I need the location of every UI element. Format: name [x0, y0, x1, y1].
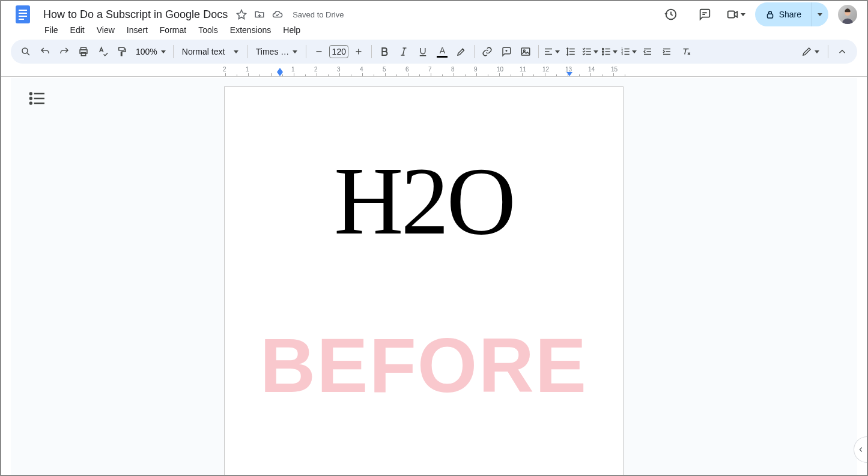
print-icon[interactable]	[74, 43, 93, 61]
svg-rect-4	[19, 19, 24, 20]
paragraph-style-select[interactable]: Normal text	[177, 47, 243, 56]
underline-icon[interactable]	[414, 43, 432, 61]
ruler-number: 7	[428, 66, 432, 73]
svg-point-22	[30, 98, 32, 100]
first-line-indent-marker[interactable]	[277, 68, 283, 72]
decrease-indent-icon[interactable]	[639, 43, 657, 61]
increase-indent-icon[interactable]	[658, 43, 676, 61]
ruler-segment: 2	[225, 66, 248, 77]
highlight-color-icon[interactable]	[452, 43, 470, 61]
redo-icon[interactable]	[55, 43, 73, 61]
left-indent-marker[interactable]	[277, 72, 283, 76]
undo-icon[interactable]	[36, 43, 54, 61]
checklist-icon[interactable]	[581, 43, 599, 61]
menu-extensions[interactable]: Extensions	[225, 23, 276, 37]
svg-rect-1	[19, 10, 27, 11]
ruler-segment: 1	[248, 66, 271, 77]
chevron-down-icon	[818, 13, 822, 16]
cloud-saved-icon[interactable]	[272, 9, 283, 20]
menu-view[interactable]: View	[92, 23, 120, 37]
svg-rect-13	[522, 48, 530, 55]
separator	[474, 45, 475, 58]
chevron-down-icon	[815, 50, 819, 53]
paint-format-icon[interactable]	[113, 43, 131, 61]
insert-link-icon[interactable]	[478, 43, 496, 61]
font-value: Times …	[256, 47, 289, 56]
chevron-down-icon	[293, 50, 297, 53]
ruler-segment: 4	[362, 66, 385, 77]
spellcheck-icon[interactable]	[94, 43, 112, 61]
menu-help[interactable]: Help	[278, 23, 305, 37]
svg-point-23	[30, 103, 32, 104]
svg-point-16	[602, 51, 604, 52]
chevron-down-icon	[593, 50, 598, 53]
font-size-input[interactable]	[329, 45, 348, 58]
zoom-value: 100%	[136, 47, 157, 56]
line-spacing-icon[interactable]	[562, 43, 580, 61]
add-comment-icon[interactable]	[497, 43, 515, 61]
docs-logo[interactable]	[11, 2, 35, 26]
svg-point-8	[22, 48, 28, 53]
move-icon[interactable]	[254, 9, 265, 20]
ruler-number: 10	[497, 66, 503, 73]
document-page[interactable]: H2O BEFORE	[224, 86, 624, 476]
clear-formatting-icon[interactable]	[677, 43, 695, 61]
comments-icon[interactable]	[693, 2, 717, 26]
ruler-number: 4	[360, 66, 363, 73]
title-bar: How to Do a Subscript in Google Docs Sav…	[1, 1, 867, 23]
svg-point-15	[602, 48, 604, 49]
share-main[interactable]: Share	[755, 9, 811, 20]
document-outline-icon[interactable]	[28, 89, 47, 108]
page-content[interactable]: H2O	[225, 87, 623, 249]
svg-rect-3	[19, 16, 27, 17]
chevron-down-icon	[234, 50, 238, 53]
editing-mode-button[interactable]	[798, 43, 823, 61]
chevron-down-icon	[161, 50, 166, 53]
zoom-select[interactable]: 100%	[132, 47, 169, 56]
document-text-line[interactable]: H2O	[279, 153, 569, 249]
ruler-segment: 2	[317, 66, 339, 77]
ruler-segment: 12	[545, 66, 568, 77]
menu-tools[interactable]: Tools	[193, 23, 223, 37]
save-status: Saved to Drive	[293, 10, 344, 19]
bulleted-list-icon[interactable]	[600, 43, 618, 61]
menu-file[interactable]: File	[40, 23, 63, 37]
ruler-number: 11	[520, 66, 526, 73]
search-menus-icon[interactable]	[17, 43, 35, 61]
align-icon[interactable]	[542, 43, 560, 61]
collapse-toolbar-icon[interactable]	[833, 43, 851, 61]
share-button[interactable]: Share	[755, 2, 828, 26]
menu-edit[interactable]: Edit	[65, 23, 90, 37]
text-color-icon[interactable]: A	[433, 43, 451, 61]
bold-icon[interactable]	[375, 43, 393, 61]
ruler-segment: 7	[431, 66, 454, 77]
ruler-segment: 9	[476, 66, 499, 77]
history-icon[interactable]	[659, 2, 683, 26]
insert-image-icon[interactable]	[517, 43, 535, 61]
ruler-number: 1	[291, 66, 295, 73]
menu-insert[interactable]: Insert	[122, 23, 153, 37]
ruler-number: 1	[246, 66, 249, 73]
menu-format[interactable]: Format	[155, 23, 191, 37]
star-icon[interactable]	[236, 9, 247, 20]
italic-icon[interactable]	[395, 43, 413, 61]
numbered-list-icon[interactable]: 123	[619, 43, 637, 61]
account-avatar[interactable]	[838, 5, 857, 24]
watermark-text: BEFORE	[260, 321, 587, 409]
title-icons: Saved to Drive	[236, 9, 344, 20]
document-title[interactable]: How to Do a Subscript in Google Docs	[40, 7, 231, 22]
ruler-number: 9	[474, 66, 478, 73]
decrease-font-size-icon[interactable]	[310, 43, 328, 61]
ruler-number: 15	[611, 66, 618, 73]
ruler-segment: 8	[454, 66, 476, 77]
share-dropdown[interactable]	[811, 2, 828, 26]
increase-font-size-icon[interactable]	[350, 43, 368, 61]
meet-button[interactable]	[726, 8, 745, 21]
ruler[interactable]: 21123456789101112131415	[1, 66, 867, 77]
chevron-down-icon	[632, 50, 637, 53]
ruler-number: 3	[337, 66, 341, 73]
ruler-number: 12	[542, 66, 549, 73]
font-select[interactable]: Times …	[251, 47, 302, 56]
right-indent-marker[interactable]	[566, 72, 572, 76]
chevron-down-icon	[555, 50, 560, 53]
